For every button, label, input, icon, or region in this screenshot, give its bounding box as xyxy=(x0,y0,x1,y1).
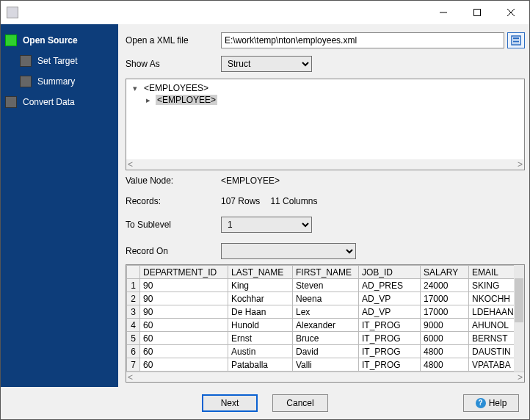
to-sublevel-row: To Sublevel 1 xyxy=(126,217,525,233)
table-row[interactable]: 760PataballaValliIT_PROG4800VPATABA xyxy=(127,358,524,372)
sidebar: Open Source Set Target Summary Convert D… xyxy=(1,24,118,387)
table-row[interactable]: 390De HaanLexAD_VP17000LDEHAAN xyxy=(127,305,524,319)
table-cell: 17000 xyxy=(421,305,469,319)
help-label: Help xyxy=(489,398,507,408)
tree-node-root[interactable]: ▾ <EMPLOYEES> xyxy=(131,82,520,94)
main-panel: Open a XML file Show As Struct ▾ <EMPLO xyxy=(118,24,529,387)
app-icon xyxy=(7,7,18,18)
records-cols: 11 Columns xyxy=(270,196,317,206)
browse-icon xyxy=(511,35,521,46)
table-cell: 60 xyxy=(140,345,228,358)
table-cell: David xyxy=(293,345,359,358)
record-on-row: Record On xyxy=(126,243,525,259)
minimize-icon xyxy=(440,9,447,16)
sidebar-item-label: Open Source xyxy=(23,35,78,46)
table-row[interactable]: 560ErnstBruceIT_PROG6000BERNST xyxy=(127,332,524,345)
records-rows: 107 Rows xyxy=(221,196,260,206)
table-row[interactable]: 660AustinDavidIT_PROG4800DAUSTIN xyxy=(127,345,524,358)
table-cell: AD_PRES xyxy=(359,279,421,292)
show-as-select[interactable]: Struct xyxy=(221,56,312,72)
app-window: Open Source Set Target Summary Convert D… xyxy=(0,0,530,420)
column-header[interactable]: FIRST_NAME xyxy=(293,266,359,279)
window-controls xyxy=(426,1,528,23)
table-cell: 6000 xyxy=(421,332,469,345)
open-file-row: Open a XML file xyxy=(126,32,525,48)
to-sublevel-select[interactable]: 1 xyxy=(221,217,312,233)
table-row[interactable]: 190KingStevenAD_PRES24000SKING xyxy=(127,279,524,292)
records-row: Records: 107 Rows 11 Columns xyxy=(126,196,525,206)
maximize-icon xyxy=(473,9,481,16)
sidebar-item-set-target[interactable]: Set Target xyxy=(1,51,118,71)
tree-collapse-icon[interactable]: ▾ xyxy=(131,84,139,93)
rownum-cell: 3 xyxy=(127,305,140,319)
table-cell: IT_PROG xyxy=(359,319,421,332)
table-cell: Lex xyxy=(293,305,359,319)
table-cell: De Haan xyxy=(228,305,293,319)
tree-node-child[interactable]: ▸ <EMPLOYEE> xyxy=(131,94,520,106)
table-cell: IT_PROG xyxy=(359,358,421,372)
to-sublevel-label: To Sublevel xyxy=(126,220,221,230)
xml-tree-pane: ▾ <EMPLOYEES> ▸ <EMPLOYEE> <> xyxy=(126,79,525,170)
table-row[interactable]: 290KochharNeenaAD_VP17000NKOCHH xyxy=(127,292,524,305)
table-cell: Valli xyxy=(293,358,359,372)
grid-horizontal-scrollbar[interactable]: <> xyxy=(126,372,524,382)
grid-vertical-scrollbar[interactable] xyxy=(514,265,524,372)
sidebar-item-summary[interactable]: Summary xyxy=(1,71,118,92)
sidebar-item-convert-data[interactable]: Convert Data xyxy=(1,92,118,112)
table-cell: 60 xyxy=(140,332,228,345)
data-grid: DEPARTMENT_ID LAST_NAME FIRST_NAME JOB_I… xyxy=(126,264,525,383)
file-path-input[interactable] xyxy=(221,32,504,48)
data-table: DEPARTMENT_ID LAST_NAME FIRST_NAME JOB_I… xyxy=(126,265,524,372)
table-cell: 60 xyxy=(140,319,228,332)
column-header[interactable]: LAST_NAME xyxy=(228,266,293,279)
rownum-cell: 2 xyxy=(127,292,140,305)
table-cell: 17000 xyxy=(421,292,469,305)
sidebar-item-open-source[interactable]: Open Source xyxy=(1,30,118,51)
maximize-button[interactable] xyxy=(460,1,494,23)
browse-button[interactable] xyxy=(507,32,525,48)
show-as-row: Show As Struct xyxy=(126,56,525,72)
table-cell: 60 xyxy=(140,358,228,372)
table-cell: IT_PROG xyxy=(359,345,421,358)
close-button[interactable] xyxy=(494,1,528,23)
rownum-cell: 4 xyxy=(127,319,140,332)
column-header[interactable]: SALARY xyxy=(421,266,469,279)
table-cell: 9000 xyxy=(421,319,469,332)
step-indicator-icon xyxy=(20,76,32,87)
table-cell: Steven xyxy=(293,279,359,292)
records-label: Records: xyxy=(126,196,221,206)
record-on-select[interactable] xyxy=(221,243,356,259)
step-indicator-icon xyxy=(5,35,17,46)
rownum-cell: 5 xyxy=(127,332,140,345)
column-header[interactable]: DEPARTMENT_ID xyxy=(140,266,228,279)
table-cell: 90 xyxy=(140,292,228,305)
next-button[interactable]: Next xyxy=(202,394,258,412)
svg-rect-8 xyxy=(513,43,519,43)
help-icon: ? xyxy=(476,398,486,408)
table-cell: Pataballa xyxy=(228,358,293,372)
cancel-button[interactable]: Cancel xyxy=(272,394,328,412)
tree-expand-icon[interactable]: ▸ xyxy=(144,95,153,105)
step-indicator-icon xyxy=(20,55,32,67)
table-cell: Bruce xyxy=(293,332,359,345)
table-cell: Ernst xyxy=(228,332,293,345)
table-row[interactable]: 460HunoldAlexanderIT_PROG9000AHUNOL xyxy=(127,319,524,332)
sidebar-item-label: Set Target xyxy=(37,56,77,66)
close-icon xyxy=(507,9,515,16)
minimize-button[interactable] xyxy=(426,1,460,23)
table-cell: Hunold xyxy=(228,319,293,332)
help-button[interactable]: ? Help xyxy=(463,394,519,412)
svg-rect-6 xyxy=(513,40,519,40)
table-cell: AD_VP xyxy=(359,292,421,305)
tree-horizontal-scrollbar[interactable]: <> xyxy=(126,159,524,170)
titlebar-left xyxy=(2,7,18,18)
svg-rect-1 xyxy=(474,10,481,16)
table-cell: 4800 xyxy=(421,345,469,358)
table-cell: 4800 xyxy=(421,358,469,372)
rownum-cell: 7 xyxy=(127,358,140,372)
tree-node-label: <EMPLOYEES> xyxy=(142,83,210,93)
table-cell: AD_VP xyxy=(359,305,421,319)
tree-node-label: <EMPLOYEE> xyxy=(156,95,217,105)
svg-rect-5 xyxy=(513,37,519,39)
column-header[interactable]: JOB_ID xyxy=(359,266,421,279)
